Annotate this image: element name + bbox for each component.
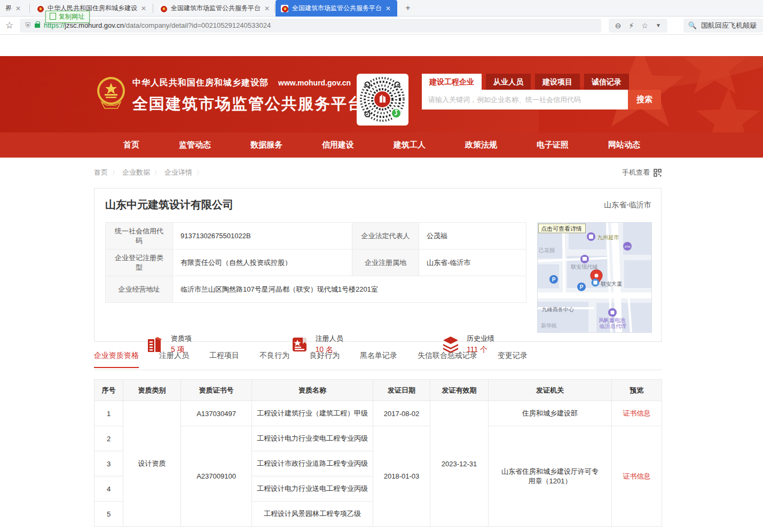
cell-issue-date: 2017-08-02 (373, 401, 430, 426)
tab-bad-behavior[interactable]: 不良行为 (259, 351, 289, 367)
company-info-table: 统一社会信用代码 91371302675501022B 企业法定代表人 公茂福 … (105, 222, 526, 303)
favorite-star-icon[interactable]: ☆ (641, 21, 648, 30)
col-header: 资质证书号 (181, 380, 252, 401)
ministry-website[interactable]: www.mohurd.gov.cn (278, 79, 351, 87)
company-name: 山东中元建筑设计有限公司 (105, 198, 233, 212)
tab-change-records[interactable]: 变更记录 (498, 351, 528, 367)
browser-tab-jzsc-1[interactable]: 全国建筑市场监管公共服务平台 ✕ (154, 0, 275, 17)
info-label: 企业注册属地 (352, 249, 419, 276)
nav-item-home[interactable]: 首页 (123, 140, 139, 150)
tab-registered-personnel[interactable]: 注册人员 (159, 351, 189, 367)
close-icon[interactable]: ✕ (386, 5, 391, 12)
site-search-widget: 建设工程企业 从业人员 建设项目 诚信记录 搜索 (422, 74, 661, 109)
cell-preview: 证书信息 (612, 401, 662, 426)
lightning-icon[interactable]: ⚡ (628, 21, 634, 30)
cell-seq: 1 (95, 401, 123, 426)
address-bar[interactable]: ⛨ https://jzsc.mohurd.gov.cn/data/compan… (20, 19, 601, 33)
stat-label: 注册人员 (316, 334, 343, 343)
info-value-reg-region: 山东省-临沂市 (419, 249, 526, 276)
copy-icon (51, 14, 56, 20)
header-text-block: 中华人民共和国住房和城乡建设部 www.mohurd.gov.cn 全国建筑市场… (132, 77, 364, 115)
cell-authority: 山东省住房和城乡建设厅许可专用章（1201） (489, 426, 612, 527)
close-icon[interactable]: ✕ (15, 5, 21, 12)
breadcrumb-separator: 〉 (196, 169, 202, 177)
shield-icon[interactable]: ⛨ (25, 21, 30, 30)
stat-label: 资质项 (171, 334, 192, 343)
cell-seq: 5 (95, 502, 123, 527)
company-location-map[interactable]: 九州超市 ATM 己花园 联安现代城 联安大厦 P P 九峰商务中心 风帆蓄电池… (537, 222, 652, 333)
col-header: 资质名称 (252, 380, 373, 401)
tab-projects[interactable]: 工程项目 (209, 351, 239, 367)
copy-url-tooltip-text: 复制网址 (59, 12, 84, 21)
browser-toolbar: ☆ ⛨ https://jzsc.mohurd.gov.cn/data/comp… (0, 17, 763, 35)
tab-blacklist[interactable]: 黑名单记录 (360, 351, 397, 367)
search-tab-project[interactable]: 建设项目 (535, 74, 580, 90)
site-favicon-icon (36, 5, 44, 12)
bookmark-star-icon[interactable]: ☆ (5, 20, 13, 31)
nav-item-data-service[interactable]: 数据服务 (250, 140, 282, 150)
chevron-down-icon[interactable]: ▼ (656, 22, 661, 28)
svg-text:P: P (552, 277, 556, 283)
company-region: 山东省-临沂市 (604, 200, 651, 210)
browser-search-box[interactable]: 🔍 国航回应飞机颠簸 (683, 19, 763, 33)
new-tab-button[interactable]: + (402, 3, 414, 14)
qualification-table: 序号 资质类别 资质证书号 资质名称 发证日期 发证有效期 发证机关 预览 1 … (94, 379, 662, 527)
close-icon[interactable]: ✕ (141, 5, 146, 12)
mobile-view-button[interactable]: 手机查看 (622, 168, 662, 177)
cell-qual-name: 工程设计风景园林工程专项乙级 (252, 502, 373, 527)
search-button[interactable]: 搜索 (628, 90, 661, 109)
breadcrumb-company-data[interactable]: 企业数据 (122, 168, 150, 177)
info-label: 企业法定代表人 (352, 223, 419, 249)
info-label: 统一社会信用代码 (106, 223, 173, 249)
svg-text:ATM: ATM (624, 245, 631, 248)
table-row: 统一社会信用代码 91371302675501022B 企业法定代表人 公茂福 (106, 223, 526, 249)
nav-item-site-news[interactable]: 网站动态 (608, 140, 640, 150)
certificate-info-link[interactable]: 证书信息 (623, 472, 651, 480)
wechat-qr-code (357, 74, 408, 126)
nav-item-workers[interactable]: 建筑工人 (394, 140, 426, 150)
page: 界 ✕ 中华人民共和国住房和城乡建设 ✕ 全国建筑市场监管公共服务平台 ✕ 全国… (0, 0, 763, 532)
svg-text:联安大厦: 联安大厦 (601, 281, 622, 287)
tab-dishonesty-records[interactable]: 失信联合惩戒记录 (418, 351, 477, 367)
table-row: 1 设计资质 A137030497 工程设计建筑行业（建筑工程）甲级 2017-… (95, 401, 662, 426)
tab-qualifications[interactable]: 企业资质资格 (94, 351, 139, 368)
col-header: 序号 (95, 380, 123, 401)
cell-seq: 4 (95, 476, 123, 502)
nav-item-credit[interactable]: 信用建设 (322, 140, 354, 150)
svg-text:新华苑: 新华苑 (541, 323, 557, 328)
svg-text:九州超市: 九州超市 (597, 234, 619, 240)
tab-good-behavior[interactable]: 良好行为 (310, 351, 340, 367)
table-row: 企业登记注册类型 有限责任公司（自然人投资或控股） 企业注册属地 山东省-临沂市 (106, 249, 526, 276)
search-tab-personnel[interactable]: 从业人员 (486, 74, 531, 90)
breadcrumb-company-detail[interactable]: 企业详情 (164, 168, 192, 177)
zoom-out-icon[interactable]: ⊖ (615, 21, 622, 30)
table-header-row: 序号 资质类别 资质证书号 资质名称 发证日期 发证有效期 发证机关 预览 (95, 380, 662, 401)
browser-tab-active[interactable]: 全国建筑市场监管公共服务平台 ✕ (276, 0, 397, 17)
nav-item-e-license[interactable]: 电子证照 (537, 140, 569, 150)
search-tab-credit[interactable]: 诚信记录 (584, 74, 629, 90)
breadcrumb-home[interactable]: 首页 (94, 168, 108, 177)
national-emblem-logo (96, 76, 126, 109)
close-icon[interactable]: ✕ (264, 5, 270, 12)
search-tab-enterprise[interactable]: 建设工程企业 (422, 74, 482, 90)
copy-url-tooltip: 复制网址 (45, 11, 90, 23)
info-label: 企业登记注册类型 (106, 249, 173, 276)
search-icon: 🔍 (688, 21, 697, 29)
cell-qual-name: 工程设计市政行业道路工程专业丙级 (252, 451, 373, 476)
nav-item-policy[interactable]: 政策法规 (465, 140, 497, 150)
cell-valid-until: 2023-12-31 (430, 401, 489, 527)
cell-qual-name: 工程设计建筑行业（建筑工程）甲级 (252, 401, 373, 426)
col-header: 发证日期 (373, 380, 430, 401)
cell-issue-date: 2018-01-03 (373, 426, 430, 527)
tab-title: 界 (5, 4, 12, 13)
svg-text:联安现代城: 联安现代城 (571, 264, 597, 270)
svg-text:九峰商务中心: 九峰商务中心 (542, 307, 575, 312)
browser-tab-partial[interactable]: 界 ✕ (0, 0, 30, 17)
svg-text:己花园: 己花园 (539, 247, 555, 253)
site-search-input[interactable] (422, 90, 628, 109)
nav-item-supervision[interactable]: 监管动态 (179, 140, 211, 150)
cell-preview: 证书信息 (612, 426, 662, 527)
qr-icon (654, 169, 662, 177)
cell-seq: 3 (95, 451, 123, 476)
certificate-info-link[interactable]: 证书信息 (623, 409, 651, 417)
